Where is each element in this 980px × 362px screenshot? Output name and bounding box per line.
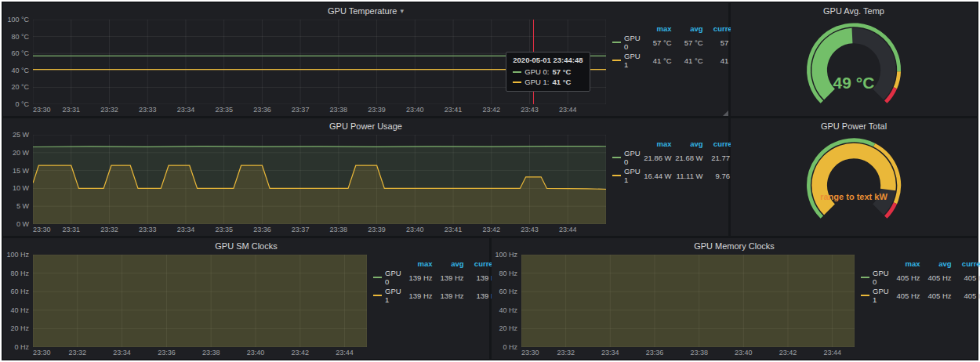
series-color-indicator <box>612 42 621 43</box>
tooltip-series-name: GPU 1: <box>524 77 549 87</box>
legend-series-name[interactable]: GPU 0 <box>373 269 401 286</box>
legend-value: 41 °C <box>641 56 672 65</box>
gauge-value: 49 °C <box>731 74 977 92</box>
gauge-gpu-power-total: range to text kW <box>731 133 977 236</box>
panel-title-gpu-temperature[interactable]: GPU Temperature ▾ <box>3 3 728 18</box>
legend-header-avg[interactable]: avg <box>920 259 952 268</box>
legend-series-name[interactable]: GPU 1 <box>861 287 889 304</box>
x-axis-label: 23:39 <box>368 106 386 114</box>
chevron-down-icon: ▾ <box>400 7 404 15</box>
x-axis-label: 23:40 <box>406 106 424 114</box>
legend-value: 139 Hz <box>433 273 464 282</box>
x-axis-label: 23:36 <box>253 226 271 233</box>
x-axis-label: 23:40 <box>735 349 753 357</box>
legend-value: 139 Hz <box>433 291 464 300</box>
gauge-arc <box>793 20 915 114</box>
x-axis-label: 23:30 <box>33 349 51 357</box>
panel-title-text: GPU Memory Clocks <box>694 241 775 251</box>
x-axis-label: 23:44 <box>559 226 577 233</box>
x-axis-label: 23:32 <box>69 349 87 357</box>
x-axis-label: 23:36 <box>253 106 271 114</box>
x-axis-label: 23:32 <box>557 349 575 357</box>
legend-series-name[interactable]: GPU 1 <box>612 52 641 69</box>
plot-area[interactable] <box>33 135 606 224</box>
tooltip-row: GPU 1:41 °C <box>513 77 583 87</box>
x-axis-label: 23:30 <box>33 226 51 233</box>
legend-header-avg[interactable]: avg <box>433 259 464 268</box>
legend-series-name[interactable]: GPU 0 <box>861 269 889 286</box>
legend-value: 139 Hz <box>401 291 433 300</box>
y-axis-label: 40 °C <box>11 67 29 74</box>
y-axis-label: 20 W <box>13 149 29 157</box>
y-axis-label: 80 °C <box>11 33 29 41</box>
x-axis-label: 23:36 <box>646 349 664 357</box>
x-axis-label: 23:42 <box>483 226 501 233</box>
x-axis: 23:3023:3223:3423:3623:3823:4023:4223:44 <box>521 347 855 357</box>
x-axis-label: 23:30 <box>33 106 51 114</box>
x-axis: 23:3023:3123:3223:3323:3423:3523:3623:37… <box>33 224 606 234</box>
plot-area[interactable]: 2020-05-01 23:44:48 GPU 0:57 °CGPU 1:41 … <box>33 20 606 104</box>
x-axis-label: 23:42 <box>779 349 797 357</box>
legend-header-max[interactable]: max <box>641 139 672 148</box>
panel-title-gpu-power-total[interactable]: GPU Power Total <box>731 118 977 133</box>
x-axis-label: 23:35 <box>215 226 233 233</box>
y-axis-label: 0 °C <box>15 100 29 108</box>
y-axis-label: 100 Hz <box>495 251 517 259</box>
y-axis-label: 0 Hz <box>14 343 29 351</box>
x-axis-label: 23:31 <box>62 226 80 233</box>
series-color-indicator <box>513 71 521 73</box>
series-color-indicator <box>373 295 382 296</box>
panel-title-gpu-power-usage[interactable]: GPU Power Usage <box>3 118 728 133</box>
x-axis-label: 23:41 <box>445 226 463 233</box>
x-axis-label: 23:42 <box>292 349 310 357</box>
legend-series-name[interactable]: GPU 0 <box>612 149 641 166</box>
panel-title-gpu-sm-clocks[interactable]: GPU SM Clocks <box>3 238 489 253</box>
gauge-value: range to text kW <box>731 192 977 201</box>
legend-header-avg[interactable]: avg <box>672 139 703 148</box>
legend-header-max[interactable]: max <box>641 24 672 33</box>
y-axis-label: 40 Hz <box>499 306 517 314</box>
chart-zone: 100 Hz80 Hz60 Hz40 Hz20 Hz0 Hz 23:3023:3… <box>6 255 367 357</box>
tooltip-row: GPU 0:57 °C <box>513 67 583 77</box>
y-axis-label: 0 Hz <box>503 343 517 351</box>
legend-series-name[interactable]: GPU 0 <box>612 34 641 51</box>
y-axis-label: 10 W <box>13 184 29 192</box>
y-axis-label: 5 W <box>16 202 29 210</box>
legend-header-avg[interactable]: avg <box>672 24 703 33</box>
legend-header-current[interactable]: current <box>952 259 980 268</box>
panel-title-text: GPU Power Usage <box>329 121 402 131</box>
panel-resize-handle[interactable] <box>723 110 728 116</box>
plot-area[interactable] <box>521 255 855 347</box>
series-color-indicator <box>373 277 382 278</box>
gauge-gpu-avg-temp: 49 °C <box>731 18 977 116</box>
panel-title-gpu-memory-clocks[interactable]: GPU Memory Clocks <box>492 238 977 253</box>
panel-gpu-power-usage: GPU Power Usage 25 W20 W15 W10 W5 W0 W 2… <box>3 118 728 236</box>
panel-title-text: GPU Temperature <box>328 6 397 16</box>
x-axis-label: 23:34 <box>601 349 619 357</box>
panel-title-gpu-avg-temp[interactable]: GPU Avg. Temp <box>731 3 977 18</box>
x-axis-label: 23:32 <box>100 106 118 114</box>
series-color-indicator <box>612 175 621 176</box>
series-color-indicator <box>861 277 869 278</box>
legend-value: 11.11 W <box>672 172 703 180</box>
series-color-indicator <box>612 157 621 158</box>
legend-series-name[interactable]: GPU 1 <box>373 287 401 304</box>
x-axis-label: 23:34 <box>177 106 195 114</box>
legend-value: 139 Hz <box>401 273 433 282</box>
series-color-indicator <box>861 295 869 296</box>
tooltip-series-name: GPU 0: <box>524 67 549 77</box>
plot-area[interactable] <box>33 255 367 347</box>
legend-header-max[interactable]: max <box>401 259 433 268</box>
tooltip-series-value: 41 °C <box>552 77 571 87</box>
panel-gpu-temperature: GPU Temperature ▾ 100 °C80 °C60 °C40 °C2… <box>3 3 728 116</box>
x-axis-label: 23:40 <box>247 349 265 357</box>
legend-series-name[interactable]: GPU 1 <box>612 167 641 184</box>
y-axis: 25 W20 W15 W10 W5 W0 W <box>6 135 33 224</box>
x-axis-label: 23:38 <box>330 226 348 233</box>
y-axis-label: 40 Hz <box>10 306 29 314</box>
x-axis-label: 23:41 <box>445 106 463 114</box>
y-axis-label: 100 °C <box>7 16 29 24</box>
legend-value: 41 °C <box>672 56 703 65</box>
y-axis-label: 60 °C <box>11 49 29 57</box>
legend-header-max[interactable]: max <box>889 259 920 268</box>
